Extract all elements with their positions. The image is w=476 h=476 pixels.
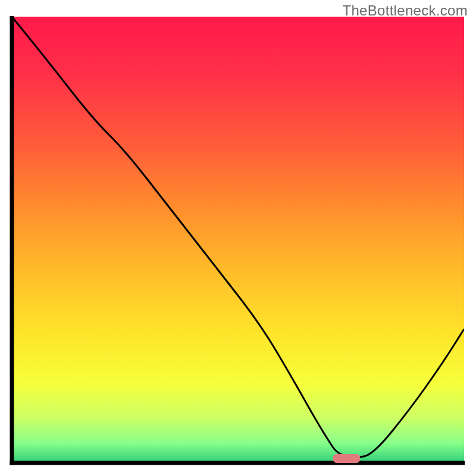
chart-svg	[0, 0, 476, 476]
optimal-marker	[333, 454, 361, 463]
watermark-text: TheBottleneck.com	[342, 2, 468, 19]
gradient-background	[12, 17, 464, 463]
bottleneck-chart: TheBottleneck.com	[0, 0, 476, 476]
